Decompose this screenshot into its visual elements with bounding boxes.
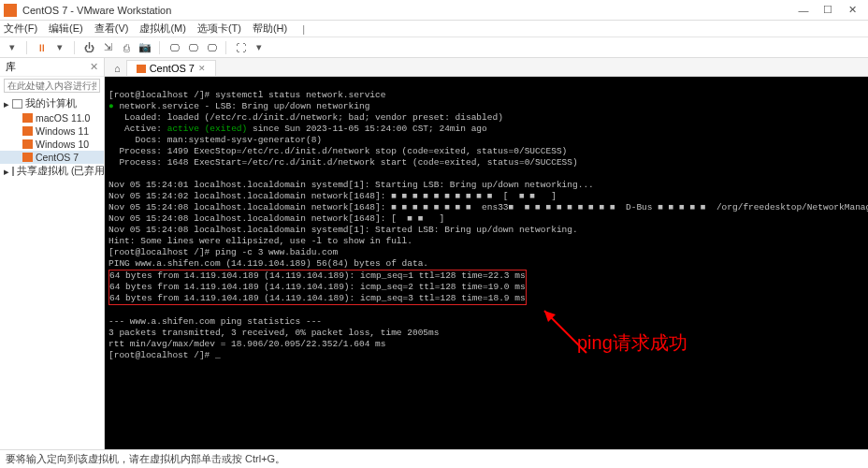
menu-vm[interactable]: 虚拟机(M)	[139, 22, 186, 36]
snapshot-icon[interactable]: ⎙	[118, 39, 135, 56]
svg-marker-1	[544, 311, 556, 322]
annotation-text: ping请求成功	[577, 337, 687, 348]
menu-help[interactable]: 帮助(H)	[253, 22, 287, 36]
tree-item[interactable]: Windows 10	[0, 138, 104, 151]
send-icon[interactable]: ⇲	[99, 39, 116, 56]
tree-item-selected[interactable]: CentOS 7	[0, 151, 104, 164]
host-icon	[12, 99, 22, 109]
library-sidebar: 库 ✕ ▸我的计算机 macOS 11.0 Windows 11 Windows…	[0, 58, 105, 449]
vm-tab[interactable]: CentOS 7 ✕	[126, 60, 216, 76]
dropdown2-icon[interactable]: ▾	[51, 39, 68, 56]
more-icon[interactable]: ▾	[251, 39, 268, 56]
display1-icon[interactable]: 🖵	[166, 39, 182, 56]
vm-tree: ▸我的计算机 macOS 11.0 Windows 11 Windows 10 …	[0, 95, 104, 449]
menu-file[interactable]: 文件(F)	[4, 22, 37, 36]
toolbar: ▾ ⏸ ▾ ⏻ ⇲ ⎙ 📷 🖵 🖵 🖵 ⛶ ▾	[0, 37, 868, 58]
search-input[interactable]	[4, 79, 100, 93]
title-bar: CentOS 7 - VMware Workstation — ☐ ✕	[0, 0, 868, 21]
display2-icon[interactable]: 🖵	[184, 39, 201, 56]
vmware-icon	[4, 4, 17, 17]
tree-root[interactable]: ▸我的计算机	[0, 96, 104, 111]
host-icon	[12, 167, 14, 176]
maximize-button[interactable]: ☐	[816, 4, 840, 16]
camera-icon[interactable]: 📷	[137, 39, 153, 56]
fullscreen-icon[interactable]: ⛶	[232, 39, 249, 56]
tab-label: CentOS 7	[150, 63, 195, 74]
window-title: CentOS 7 - VMware Workstation	[22, 5, 791, 16]
library-header: 库	[6, 60, 16, 74]
tab-strip: ⌂ CentOS 7 ✕	[105, 58, 868, 77]
menu-view[interactable]: 查看(V)	[94, 22, 129, 36]
collapse-icon[interactable]: ✕	[90, 61, 98, 73]
status-text: 要将输入定向到该虚拟机，请在虚拟机内部单击或按 Ctrl+G。	[6, 452, 285, 466]
vm-icon	[22, 153, 33, 162]
close-button[interactable]: ✕	[840, 4, 864, 16]
tab-close-icon[interactable]: ✕	[198, 64, 206, 73]
vm-icon	[22, 139, 33, 149]
power-icon[interactable]: ⏻	[80, 39, 97, 56]
menu-tabs[interactable]: 选项卡(T)	[197, 22, 241, 36]
menu-edit[interactable]: 编辑(E)	[49, 22, 83, 36]
tree-item[interactable]: macOS 11.0	[0, 111, 104, 124]
tree-item[interactable]: Windows 11	[0, 124, 104, 138]
highlight-box: 64 bytes from 14.119.104.189 (14.119.104…	[108, 270, 527, 305]
dropdown-icon[interactable]: ▾	[4, 39, 21, 56]
minimize-button[interactable]: —	[791, 5, 816, 16]
terminal-output[interactable]: [root@localhost /]# systemctl status net…	[105, 77, 868, 449]
tree-shared[interactable]: ▸共享虚拟机 (已弃用)	[0, 164, 104, 179]
display3-icon[interactable]: 🖵	[203, 39, 220, 56]
home-tab[interactable]: ⌂	[108, 61, 126, 76]
menu-bar: 文件(F) 编辑(E) 查看(V) 虚拟机(M) 选项卡(T) 帮助(H) |	[0, 21, 868, 37]
pause-icon[interactable]: ⏸	[33, 39, 50, 56]
vm-icon	[22, 113, 33, 123]
status-bar: 要将输入定向到该虚拟机，请在虚拟机内部单击或按 Ctrl+G。	[0, 449, 868, 468]
vm-icon	[22, 126, 33, 136]
vm-icon	[137, 65, 146, 73]
